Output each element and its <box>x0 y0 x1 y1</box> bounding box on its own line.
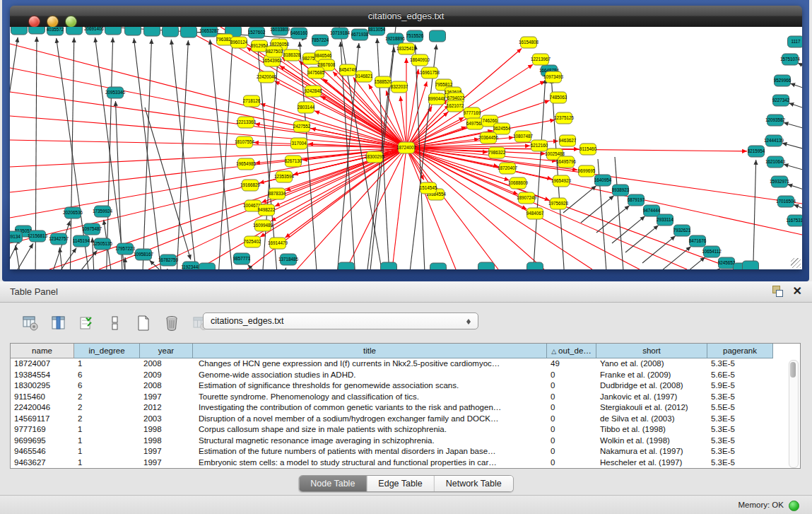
graph-node[interactable] <box>527 262 543 269</box>
graph-node[interactable]: 16033809 <box>270 27 290 35</box>
graph-node[interactable]: 1588520 <box>375 76 392 88</box>
graph-node[interactable]: 7625402 <box>244 236 261 247</box>
graph-node[interactable] <box>105 27 122 35</box>
vertical-scrollbar[interactable] <box>789 360 799 468</box>
column-visibility-icon[interactable] <box>49 314 68 332</box>
graph-node[interactable]: 1145194 <box>73 235 90 247</box>
graph-node[interactable]: 20953346 <box>105 87 126 98</box>
graph-node[interactable]: 9115460 <box>579 144 597 155</box>
graph-node[interactable]: 10719184 <box>330 28 351 39</box>
graph-node[interactable] <box>199 263 216 269</box>
table-row[interactable]: 1872400712008Changes of HCN gene express… <box>11 358 800 370</box>
table-row[interactable]: 946554611997Estimation of the future num… <box>11 446 800 457</box>
graph-node[interactable]: 7857224 <box>312 35 329 46</box>
graph-node[interactable]: 317004 <box>291 138 307 149</box>
graph-node[interactable]: 9146821 <box>355 71 373 82</box>
graph-node[interactable]: 8813054 <box>368 27 386 35</box>
table-selector-dropdown[interactable]: citations_edges.txt <box>203 313 478 329</box>
graph-node[interactable]: 12353594 <box>274 171 295 182</box>
column-header-in_degree[interactable]: in_degree <box>74 344 140 358</box>
graph-node[interactable]: 1117 <box>788 36 803 47</box>
graph-node[interactable]: 22420046 <box>257 71 277 83</box>
graph-node[interactable]: 9498222 <box>258 204 276 216</box>
tab-edge-table[interactable]: Edge Table <box>367 476 434 491</box>
graph-node[interactable]: 18907249 <box>517 192 537 204</box>
graph-node[interactable]: 10654112 <box>702 246 722 257</box>
table-row[interactable]: 969969511998Structural magnetic resonanc… <box>11 436 800 447</box>
graph-node[interactable] <box>743 261 759 269</box>
graph-node[interactable]: 8471676 <box>689 235 707 247</box>
graph-node[interactable]: 9699695 <box>578 165 596 177</box>
graph-node[interactable]: 10653287 <box>199 27 220 37</box>
graph-node[interactable]: 39134 <box>10 231 23 243</box>
graph-node[interactable]: 12156813 <box>28 230 48 242</box>
graph-node[interactable]: 12213967 <box>531 54 551 65</box>
graph-node[interactable] <box>144 27 160 36</box>
network-window[interactable]: citations_edges.txt 40355722069140610653… <box>10 6 802 269</box>
graph-node[interactable]: 2933114 <box>657 214 674 226</box>
graph-node[interactable]: 16914479 <box>268 238 288 249</box>
graph-node[interactable]: 9857771 <box>233 253 251 264</box>
table-row[interactable]: 1456911722003Disruption of a novel membe… <box>11 414 800 425</box>
graph-node[interactable]: 19654923 <box>551 175 572 187</box>
graph-node[interactable]: 9227342 <box>772 95 790 106</box>
graph-node[interactable]: 1640954 <box>594 175 612 186</box>
graph-node[interactable] <box>11 27 28 35</box>
graph-node[interactable]: 19756928 <box>548 198 569 209</box>
graph-node[interactable]: 10688609 <box>508 177 529 189</box>
graph-node[interactable]: 17359924 <box>93 206 113 217</box>
graph-node[interactable]: 2718126 <box>243 95 261 107</box>
graph-node[interactable]: 12444139 <box>764 135 784 146</box>
graph-node[interactable] <box>478 262 495 269</box>
float-panel-icon[interactable] <box>772 286 783 297</box>
delete-table-icon[interactable] <box>163 314 181 332</box>
graph-node[interactable]: 2427552 <box>293 121 311 132</box>
graph-node[interactable]: 1527602 <box>248 27 266 38</box>
graph-node[interactable]: 9827503 <box>266 46 283 57</box>
graph-node[interactable] <box>163 27 179 37</box>
graph-node[interactable]: 1514545 <box>420 182 437 194</box>
graph-node[interactable]: 2803144 <box>298 102 315 113</box>
graph-node[interactable]: 16961758 <box>420 67 440 78</box>
graph-node[interactable] <box>181 27 197 37</box>
graph-node[interactable]: 18720407 <box>498 163 518 174</box>
table-settings-icon[interactable] <box>21 314 40 332</box>
graph-node[interactable]: 12342757 <box>49 233 69 245</box>
row-selection-icon[interactable] <box>78 314 96 332</box>
graph-node[interactable]: 3624554 <box>493 123 511 134</box>
graph-node[interactable]: 16154808 <box>519 37 539 48</box>
new-table-icon[interactable] <box>134 314 153 332</box>
graph-node[interactable]: 9242848 <box>305 86 322 97</box>
close-panel-icon[interactable]: ✕ <box>793 286 802 297</box>
graph-node[interactable]: 11923448 <box>181 262 201 269</box>
column-header-year[interactable]: year <box>140 344 193 358</box>
graph-node[interactable] <box>430 30 446 42</box>
graph-node[interactable]: 8938923 <box>612 185 630 196</box>
column-header-pagerank[interactable]: pagerank <box>707 344 773 358</box>
graph-node[interactable]: 8454749 <box>339 64 357 76</box>
graph-node[interactable]: 8990448 <box>428 93 446 105</box>
graph-node[interactable]: 17957223 <box>115 243 136 255</box>
column-header-title[interactable]: title <box>193 344 547 358</box>
graph-node[interactable]: 20206536 <box>63 207 83 218</box>
graph-node[interactable]: 9529966 <box>774 75 792 86</box>
graph-node[interactable] <box>381 262 397 269</box>
graph-node[interactable]: 18724007 <box>396 142 417 153</box>
graph-node[interactable]: 10958167 <box>134 249 154 260</box>
graph-node[interactable] <box>125 27 141 35</box>
graph-node[interactable] <box>66 27 83 35</box>
graph-node[interactable] <box>29 27 45 34</box>
graph-node[interactable]: 8267130 <box>285 156 302 167</box>
graph-node[interactable]: 11675319 <box>786 215 802 226</box>
graph-node[interactable]: 6212160 <box>531 140 548 151</box>
graph-canvas[interactable]: 4035572206914061065328715276021603380964… <box>10 27 802 269</box>
graph-node[interactable]: 18640910 <box>410 54 430 66</box>
resize-grip[interactable] <box>791 258 801 268</box>
graph-node[interactable]: 20364456 <box>478 132 499 144</box>
scrollbar-thumb[interactable] <box>790 362 796 378</box>
graph-node[interactable]: 12375125 <box>554 112 575 124</box>
graph-node[interactable]: 8878334 <box>269 188 286 199</box>
table-row[interactable]: 946362711997Embryonic stem cells: a mode… <box>11 457 800 469</box>
graph-node[interactable]: 9463627 <box>559 135 577 146</box>
graph-node[interactable]: 12213363 <box>236 117 257 128</box>
